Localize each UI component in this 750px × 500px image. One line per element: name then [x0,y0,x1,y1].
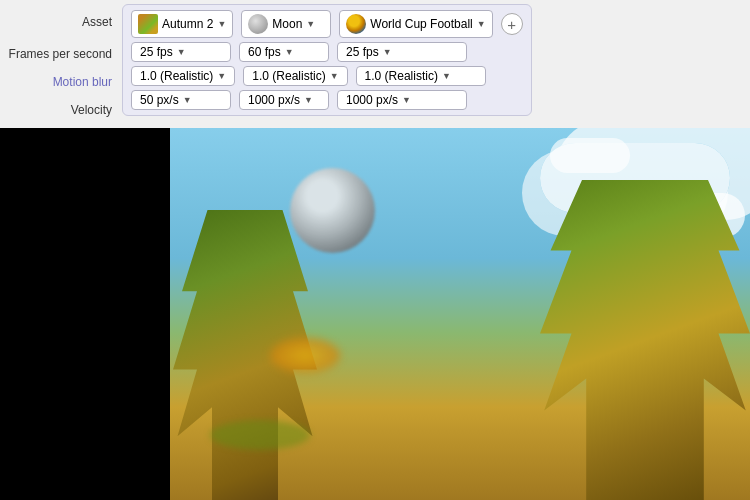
autumn-blur-value: 1.0 (Realistic) [140,69,213,83]
preview-area [0,128,750,500]
velocity-row: 50 px/s ▼ 1000 px/s ▼ 1000 px/s ▼ [131,90,523,110]
cloud-3 [550,138,630,173]
moon-blur-value: 1.0 (Realistic) [252,69,325,83]
autumn-blur-arrow: ▼ [217,71,226,81]
football-velocity-arrow: ▼ [402,95,411,105]
asset-label: Asset [2,4,116,40]
autumn-velocity-arrow: ▼ [183,95,192,105]
autumn-label: Autumn 2 [162,17,213,31]
football-icon [346,14,366,34]
moon-blur-btn[interactable]: 1.0 (Realistic) ▼ [243,66,347,86]
football-dropdown-arrow: ▼ [477,19,486,29]
moon-label: Moon [272,17,302,31]
football-label: World Cup Football [370,17,473,31]
moon-fps-value: 60 fps [248,45,281,59]
football-blur-value: 1.0 (Realistic) [365,69,438,83]
moon-blur-arrow: ▼ [330,71,339,81]
autumn-icon [138,14,158,34]
autumn-velocity-value: 50 px/s [140,93,179,107]
autumn-blur-btn[interactable]: 1.0 (Realistic) ▼ [131,66,235,86]
moon-velocity-btn[interactable]: 1000 px/s ▼ [239,90,329,110]
motion-blur-label: Motion blur [2,68,116,96]
asset-autumn-btn[interactable]: Autumn 2 ▼ [131,10,233,38]
moon-velocity-value: 1000 px/s [248,93,300,107]
add-asset-button[interactable]: + [501,13,523,35]
moon-icon [248,14,268,34]
moon-dropdown-arrow: ▼ [306,19,315,29]
football-fps-value: 25 fps [346,45,379,59]
football-velocity-value: 1000 px/s [346,93,398,107]
moon-preview [290,168,375,253]
moon-velocity-arrow: ▼ [304,95,313,105]
foliage-mid [210,420,310,450]
fps-row: 25 fps ▼ 60 fps ▼ 25 fps ▼ [131,42,523,62]
moon-fps-btn[interactable]: 60 fps ▼ [239,42,329,62]
scene-panel [170,128,750,500]
autumn-fps-arrow: ▼ [177,47,186,57]
moon-fps-arrow: ▼ [285,47,294,57]
football-blur-btn[interactable]: 1.0 (Realistic) ▼ [356,66,486,86]
autumn-dropdown-arrow: ▼ [217,19,226,29]
velocity-label: Velocity [2,96,116,124]
autumn-fps-btn[interactable]: 25 fps ▼ [131,42,231,62]
football-blur-arrow: ▼ [442,71,451,81]
autumn-velocity-btn[interactable]: 50 px/s ▼ [131,90,231,110]
asset-moon-btn[interactable]: Moon ▼ [241,10,331,38]
football-velocity-btn[interactable]: 1000 px/s ▼ [337,90,467,110]
fps-label: Frames per second [2,40,116,68]
asset-row: Autumn 2 ▼ Moon ▼ World Cup Football ▼ + [131,10,523,38]
football-fps-arrow: ▼ [383,47,392,57]
settings-panel: Autumn 2 ▼ Moon ▼ World Cup Football ▼ + [122,4,532,116]
football-fps-btn[interactable]: 25 fps ▼ [337,42,467,62]
labels-column: Asset Frames per second Motion blur Velo… [2,4,122,124]
football-preview [270,338,340,373]
asset-football-btn[interactable]: World Cup Football ▼ [339,10,492,38]
black-panel [0,128,170,500]
autumn-fps-value: 25 fps [140,45,173,59]
motion-blur-row: 1.0 (Realistic) ▼ 1.0 (Realistic) ▼ 1.0 … [131,66,523,86]
